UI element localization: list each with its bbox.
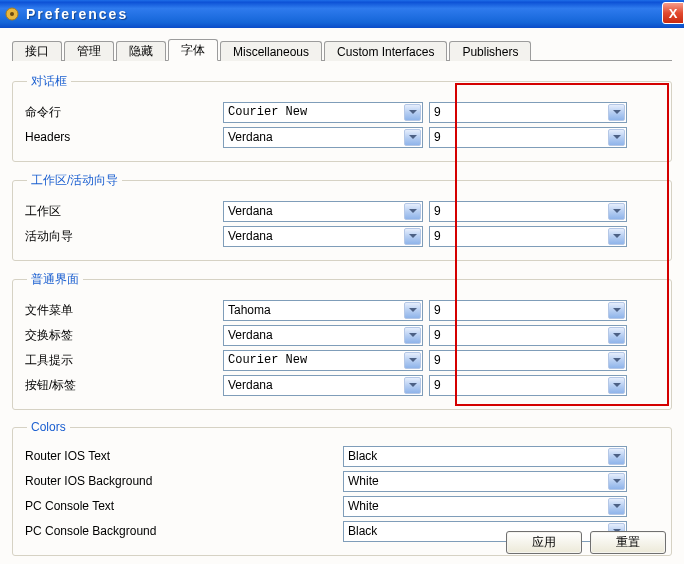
row-router-bg: Router IOS Background White (23, 470, 661, 492)
tab-hide[interactable]: 隐藏 (116, 41, 166, 61)
row-headers: Headers Verdana 9 (23, 126, 661, 148)
chevron-down-icon (608, 473, 625, 490)
row-cmdline: 命令行 Courier New 9 (23, 101, 661, 123)
titlebar: Preferences X (0, 0, 684, 28)
group-general: 普通界面 文件菜单 Tahoma 9 交换标签 Verdana (12, 271, 672, 410)
label-xlabel: 交换标签 (23, 327, 223, 344)
size-combo-cmdline[interactable]: 9 (429, 102, 627, 123)
group-workspace: 工作区/活动向导 工作区 Verdana 9 活动向导 Verdana (12, 172, 672, 261)
group-general-legend: 普通界面 (27, 271, 83, 288)
group-dialog-legend: 对话框 (27, 73, 71, 90)
color-combo-pc-text[interactable]: White (343, 496, 627, 517)
chevron-down-icon (404, 352, 421, 369)
apply-button[interactable]: 应用 (506, 531, 582, 554)
chevron-down-icon (404, 377, 421, 394)
label-cmdline: 命令行 (23, 104, 223, 121)
row-activity: 活动向导 Verdana 9 (23, 225, 661, 247)
chevron-down-icon (608, 448, 625, 465)
font-combo-btnlabel[interactable]: Verdana (223, 375, 423, 396)
group-workspace-legend: 工作区/活动向导 (27, 172, 122, 189)
chevron-down-icon (404, 129, 421, 146)
row-xlabel: 交换标签 Verdana 9 (23, 324, 661, 346)
tab-publishers[interactable]: Publishers (449, 41, 531, 61)
size-combo-btnlabel[interactable]: 9 (429, 375, 627, 396)
chevron-down-icon (404, 228, 421, 245)
tab-custom-interfaces[interactable]: Custom Interfaces (324, 41, 447, 61)
footer-buttons: 应用 重置 (506, 531, 666, 554)
chevron-down-icon (608, 498, 625, 515)
label-filemenu: 文件菜单 (23, 302, 223, 319)
size-combo-headers[interactable]: 9 (429, 127, 627, 148)
chevron-down-icon (608, 129, 625, 146)
tab-misc[interactable]: Miscellaneous (220, 41, 322, 61)
row-btnlabel: 按钮/标签 Verdana 9 (23, 374, 661, 396)
svg-point-1 (10, 12, 14, 16)
tab-body: 对话框 命令行 Courier New 9 Headers Verdana (12, 60, 672, 556)
font-combo-xlabel[interactable]: Verdana (223, 325, 423, 346)
reset-button[interactable]: 重置 (590, 531, 666, 554)
chevron-down-icon (404, 203, 421, 220)
chevron-down-icon (608, 104, 625, 121)
tab-interface[interactable]: 接口 (12, 41, 62, 61)
tab-strip: 接口 管理 隐藏 字体 Miscellaneous Custom Interfa… (12, 38, 672, 60)
chevron-down-icon (608, 327, 625, 344)
row-pc-text: PC Console Text White (23, 495, 661, 517)
size-combo-tooltip[interactable]: 9 (429, 350, 627, 371)
label-pc-text: PC Console Text (23, 499, 343, 513)
color-combo-router-text[interactable]: Black (343, 446, 627, 467)
close-icon: X (669, 6, 678, 21)
font-combo-activity[interactable]: Verdana (223, 226, 423, 247)
font-combo-filemenu[interactable]: Tahoma (223, 300, 423, 321)
label-btnlabel: 按钮/标签 (23, 377, 223, 394)
label-router-bg: Router IOS Background (23, 474, 343, 488)
row-workspace: 工作区 Verdana 9 (23, 200, 661, 222)
size-combo-workspace[interactable]: 9 (429, 201, 627, 222)
label-headers: Headers (23, 130, 223, 144)
app-icon (4, 6, 20, 22)
chevron-down-icon (404, 104, 421, 121)
chevron-down-icon (608, 352, 625, 369)
color-combo-router-bg[interactable]: White (343, 471, 627, 492)
chevron-down-icon (608, 228, 625, 245)
font-combo-workspace[interactable]: Verdana (223, 201, 423, 222)
chevron-down-icon (608, 302, 625, 319)
row-router-text: Router IOS Text Black (23, 445, 661, 467)
row-tooltip: 工具提示 Courier New 9 (23, 349, 661, 371)
group-dialog: 对话框 命令行 Courier New 9 Headers Verdana (12, 73, 672, 162)
size-combo-activity[interactable]: 9 (429, 226, 627, 247)
label-router-text: Router IOS Text (23, 449, 343, 463)
label-activity: 活动向导 (23, 228, 223, 245)
chevron-down-icon (608, 377, 625, 394)
size-combo-filemenu[interactable]: 9 (429, 300, 627, 321)
tab-manage[interactable]: 管理 (64, 41, 114, 61)
label-tooltip: 工具提示 (23, 352, 223, 369)
client-area: 接口 管理 隐藏 字体 Miscellaneous Custom Interfa… (0, 28, 684, 564)
font-combo-tooltip[interactable]: Courier New (223, 350, 423, 371)
close-button[interactable]: X (662, 2, 684, 24)
label-workspace: 工作区 (23, 203, 223, 220)
size-combo-xlabel[interactable]: 9 (429, 325, 627, 346)
window-title: Preferences (26, 6, 128, 22)
label-pc-bg: PC Console Background (23, 524, 343, 538)
tab-font[interactable]: 字体 (168, 39, 218, 61)
font-combo-cmdline[interactable]: Courier New (223, 102, 423, 123)
font-combo-headers[interactable]: Verdana (223, 127, 423, 148)
row-filemenu: 文件菜单 Tahoma 9 (23, 299, 661, 321)
chevron-down-icon (404, 327, 421, 344)
group-colors-legend: Colors (27, 420, 70, 434)
chevron-down-icon (608, 203, 625, 220)
chevron-down-icon (404, 302, 421, 319)
